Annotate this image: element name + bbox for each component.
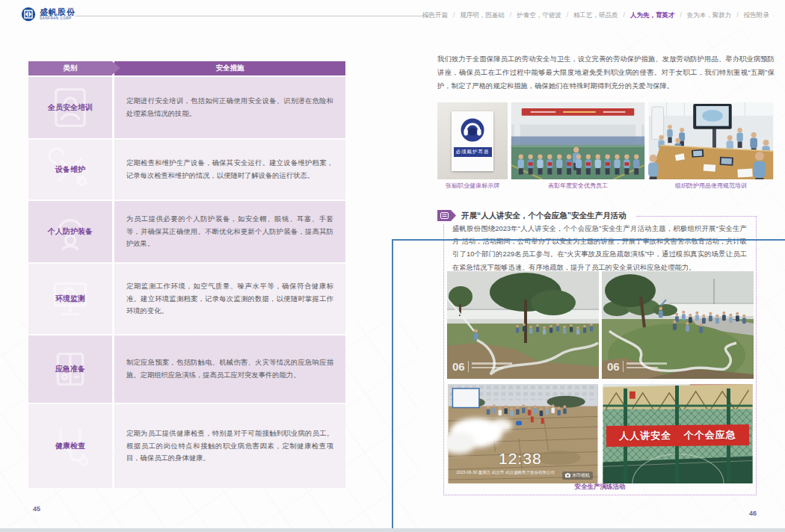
table-row: 应急准备 制定应急预案，包括防触电、机械伤害、火灾等情况的应急响应措施。定期组织… [28,335,345,403]
category-cell: 设备维护 [28,140,112,200]
measure-cell: 定期进行安全培训，包括如何正确使用安全设备、识别潜在危险和处理紧急情况的技能。 [114,77,345,138]
measure-cell: 制定应急预案，包括防触电、机械伤害、火灾等情况的应急响应措施。定期组织应急演练，… [114,335,345,403]
watermark-badge: 水印相机 [562,471,593,480]
safety-measures-table: 类别 安全措施 全员安全培训 定期进行安全培训，包括如何正确使用安全设备、识别潜… [28,61,345,489]
measure-cell: 为员工提供必要的个人防护装备，如安全帽、眼镜、耳塞、手套等，并确保其正确使用。不… [114,201,345,262]
category-label: 健康检查 [55,441,85,451]
measure-text: 定期为员工提供健康检查，特别是对于可能接触到职业病的员工。根据员工的岗位特点和接… [126,427,333,465]
case-title: 开展“人人讲安全，个个会应急”安全生产月活动 [437,208,635,223]
category-cell: 应急准备 [28,335,112,403]
case-title-text: 开展“人人讲安全，个个会应急”安全生产月活动 [461,211,627,221]
nav-item-environment[interactable]: 护青空，守碧波 [505,11,561,20]
photo-ppe-training [648,102,774,179]
safety-month-case-box: 开展“人人讲安全，个个会应急”安全生产月活动 盛帆股份围绕2023年“人人讲安全… [443,216,757,495]
photo-caption: 表彰年度安全优秀员工 [511,182,645,190]
intro-photo-row: 必须戴护耳器 [437,102,774,179]
table-row: 个人防护装备 为员工提供必要的个人防护装备，如安全帽、眼镜、耳塞、手套等，并确保… [28,201,345,262]
photo-drill-assembly: 06 [602,271,754,379]
category-cell: 个人防护装备 [28,201,112,262]
measure-text: 定期检查和维护生产设备，确保其安全运行。建立设备维护档案，记录每次检查和维护的情… [126,157,333,182]
company-logo: 盛帆股份 SANFRAN CORP [21,7,76,22]
intro-caption-row: 张贴职业健康标示牌 表彰年度安全优秀员工 组织防护用品使用规范培训 [437,182,774,190]
category-label: 全员安全培训 [48,102,93,113]
measure-cell: 定期检查和维护生产设备，确保其安全运行。建立设备维护档案，记录每次检查和维护的情… [114,140,345,200]
nav-item-appendix[interactable]: 报告附录 [731,11,769,20]
photo-caption: 组织防护用品使用规范培训 [648,182,774,190]
ear-protection-icon [460,117,485,143]
measure-text: 定期进行安全培训，包括如何正确使用安全设备、识别潜在危险和处理紧急情况的技能。 [126,95,333,120]
camera-icon [565,473,570,477]
sign-text: 必须戴护耳器 [454,147,492,157]
table-row: 设备维护 定期检查和维护生产设备，确保其安全运行。建立设备维护档案，记录每次检查… [28,140,345,200]
measure-cell: 定期监测工作环境，如空气质量、噪声水平等，确保符合健康标准。建立环境监测档案，记… [114,264,345,334]
nav-item-governance[interactable]: 规序明，固基础 [448,11,505,20]
table-row: 健康检查 定期为员工提供健康检查，特别是对于可能接触到职业病的员工。根据员工的岗… [28,404,345,488]
category-cell: 全员安全培训 [28,77,112,138]
category-label: 设备维护 [55,164,85,175]
table-row: 全员安全培训 定期进行安全培训，包括如何正确使用安全设备、识别潜在危险和处理紧急… [28,77,345,138]
category-label: 环境监测 [55,294,85,304]
case-body-text: 盛帆股份围绕2023年“人人讲安全，个个会应急”安全生产月活动主题，积极组织开展… [452,223,747,274]
photo-badge: 06 [452,361,512,372]
table-header-row: 类别 安全措施 [28,61,345,75]
category-label: 应急准备 [55,364,85,374]
photo-drill-hose: 06 [447,271,599,379]
bottom-bar [0,528,785,532]
mandatory-sign-card: 必须戴护耳器 [452,111,493,171]
category-label: 个人防护装备 [48,226,93,237]
safety-banner: 人人讲安全 个个会应急 [606,424,749,447]
col-header-measure: 安全措施 [114,61,345,75]
company-name: 盛帆股份 [40,7,76,16]
measure-text: 定期监测工作环境，如空气质量、噪声水平等，确保符合健康标准。建立环境监测档案，记… [126,280,333,318]
page-number-right: 46 [749,510,757,517]
photo-caption: 张贴职业健康标示牌 [437,182,508,190]
page-number-left: 45 [33,505,40,513]
nav-suffix-dot: · [773,13,775,19]
drill-photos-caption: 安全生产演练活动 [444,483,756,492]
photo-badge: 06 [607,361,667,372]
list-badge-icon [437,210,456,221]
photo-timestamp: 12:38 [499,450,542,468]
nav-item-opening[interactable]: 报告开篇 [422,11,448,20]
header-divider [75,16,431,16]
annotation-line-horizontal [392,239,785,241]
category-cell: 健康检查 [28,404,112,488]
photo-health-sign: 必须戴护耳器 [437,102,508,179]
nav-item-people-active[interactable]: 人为先，育英才 [618,11,675,20]
photo-timestamp-detail: 2023-06-30 星期五 武汉市 武汉盛帆电子股份有限公司 [456,470,555,475]
photo-extinguisher-drill: 12:38 2023-06-30 星期五 武汉市 武汉盛帆电子股份有限公司 水印… [447,384,599,483]
report-spread: 盛帆股份 SANFRAN CORP 报告开篇 规序明，固基础 护青空，守碧波 精… [0,0,785,532]
photo-banner-court: 人人讲安全 个个会应急 [602,384,754,483]
nav-item-responsibility[interactable]: 责为本，聚群力 [674,11,731,20]
intro-paragraph: 我们致力于全面保障员工的劳动安全与卫生，设立完善的劳动保护措施、发放劳动防护用品… [437,52,775,93]
table-row: 环境监测 定期监测工作环境，如空气质量、噪声水平等，确保符合健康标准。建立环境监… [28,264,345,334]
annotation-line-vertical [392,239,393,532]
company-logo-icon [21,7,36,22]
breadcrumb: 报告开篇 规序明，固基础 护青空，守碧波 精工艺，研品质 人为先，育英才 责为本… [422,11,775,20]
category-cell: 环境监测 [28,264,112,334]
company-name-en: SANFRAN CORP [40,17,76,21]
measure-cell: 定期为员工提供健康检查，特别是对于可能接触到职业病的员工。根据员工的岗位特点和接… [114,404,345,488]
measure-text: 制定应急预案，包括防触电、机械伤害、火灾等情况的应急响应措施。定期组织应急演练，… [126,356,333,381]
col-header-category: 类别 [28,61,112,75]
nav-item-quality[interactable]: 精工艺，研品质 [561,11,618,20]
photo-awarded-employees [511,102,645,179]
measure-text: 为员工提供必要的个人防护装备，如安全帽、眼镜、耳塞、手套等，并确保其正确使用。不… [126,213,333,250]
